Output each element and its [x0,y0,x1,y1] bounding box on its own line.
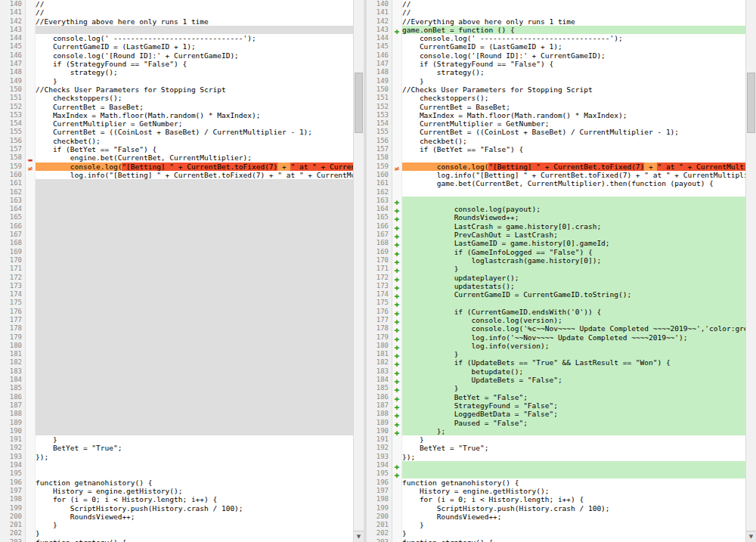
code-text[interactable] [36,231,353,239]
code-text[interactable]: game.bet(CurrentBet, CurrentMultiplier).… [402,179,745,187]
code-text[interactable]: Paused = "False"; [402,419,745,427]
code-text[interactable]: checkbet(); [402,137,745,145]
code-text[interactable] [36,333,353,342]
code-text[interactable] [36,324,353,333]
code-text[interactable] [36,358,353,367]
code-text[interactable]: console.log(' --------------------------… [36,34,353,42]
code-text[interactable]: LoggedBetData = "False"; [402,410,745,418]
code-text[interactable]: } [402,521,745,529]
code-text[interactable] [36,367,353,376]
code-text[interactable]: } [36,435,353,444]
code-text[interactable] [36,282,353,290]
code-text[interactable]: if (StrategyFound == "False") { [402,60,745,68]
code-text[interactable]: console.log('[Round ID]:' + CurrentGameI… [36,51,353,60]
code-text[interactable]: betupdate(); [402,367,745,376]
code-text[interactable]: // [402,0,745,8]
right-vertical-scrollbar[interactable]: ▼ [745,0,756,542]
code-text[interactable] [36,350,353,358]
code-text[interactable] [36,197,353,205]
code-text[interactable]: updatestats(); [402,282,745,290]
code-text[interactable]: log.info("[Betting] " + CurrentBet.toFix… [36,171,353,179]
code-text[interactable]: UpdateBets = "False"; [402,376,745,384]
code-text[interactable] [402,461,745,469]
code-text[interactable]: for (i = 0; i < History.length; i++) { [36,495,353,503]
code-text[interactable] [36,427,353,435]
code-text[interactable]: LastCrash = game.history[0].crash; [402,222,745,231]
code-text[interactable] [36,26,353,34]
code-text[interactable]: RoundsViewed++; [402,513,745,521]
code-text[interactable] [36,461,353,469]
code-text[interactable] [36,393,353,401]
code-text[interactable]: CurrentMultiplier = GetNumber; [402,119,745,128]
code-text[interactable]: //Checks User Parameters for Stopping Sc… [36,85,353,94]
code-text[interactable]: console.log("[Betting] " + CurrentBet.to… [36,163,353,171]
code-text[interactable]: LastGameID = game.history[0].gameId; [402,239,745,247]
code-text[interactable] [402,469,745,478]
code-text[interactable]: BetYet = "True"; [36,444,353,452]
code-text[interactable]: MaxIndex = Math.floor(Math.random() * Ma… [36,111,353,119]
code-text[interactable]: checkbet(); [36,137,353,145]
code-text[interactable]: checkstoppers(); [36,94,353,102]
code-text[interactable]: loglastcrash(game.history[0]); [402,256,745,265]
code-text[interactable]: } [402,77,745,85]
code-text[interactable]: //Everything above here only runs 1 time [402,17,745,26]
code-text[interactable] [402,197,745,205]
code-text[interactable]: log.info('~~Nov~~~~ Update Completed ~~~… [402,333,745,342]
code-text[interactable]: if (BetYet == "False") { [36,145,353,153]
code-text[interactable]: // [36,8,353,17]
code-text[interactable] [36,342,353,350]
code-text[interactable]: } [402,350,745,358]
right-scrollbar-thumb[interactable] [747,73,755,133]
code-text[interactable]: CurrentGameID = (LastGameID + 1); [36,42,353,51]
code-text[interactable] [36,401,353,410]
code-text[interactable] [36,299,353,307]
code-text[interactable] [36,179,353,187]
code-text[interactable] [36,290,353,299]
right-scrollbar-down-arrow[interactable]: ▼ [746,531,756,542]
code-text[interactable]: CurrentBet = BaseBet; [36,103,353,111]
code-text[interactable]: console.log("[Betting] " + CurrentBet.to… [402,163,745,171]
code-text[interactable]: RoundsViewed++; [402,213,745,221]
code-text[interactable] [36,213,353,221]
code-text[interactable]: if (CurrentGameID.endsWith('0')) { [402,308,745,316]
code-text[interactable]: } [36,521,353,529]
code-text[interactable]: CurrentBet = BaseBet; [402,103,745,111]
code-text[interactable]: } [36,529,353,537]
code-text[interactable]: updateplayer(); [402,274,745,282]
code-text[interactable]: }); [36,453,353,461]
code-text[interactable]: } [36,77,353,85]
code-text[interactable]: //Checks User Parameters for Stopping Sc… [402,85,745,94]
code-text[interactable]: log.info(version); [402,342,745,350]
code-text[interactable] [36,256,353,265]
code-text[interactable]: ScriptHistory.push(History.crash / 100); [36,504,353,513]
code-text[interactable]: CurrentGameID = CurrentGameID.toString()… [402,290,745,299]
code-text[interactable]: CurrentGameID = (LastGameID + 1); [402,42,745,51]
code-text[interactable] [36,248,353,256]
code-text[interactable] [402,299,745,307]
left-scrollbar-down-arrow[interactable]: ▼ [354,531,364,542]
code-text[interactable]: console.log(version); [402,316,745,324]
code-text[interactable]: function strategy() { [402,538,745,542]
code-text[interactable] [36,316,353,324]
code-text[interactable]: }; [402,427,745,435]
code-text[interactable]: if (GameInfoLogged == "False") { [402,248,745,256]
left-vertical-scrollbar[interactable]: ▼ [353,0,364,542]
code-text[interactable]: function getnanohistory() { [402,479,745,487]
code-text[interactable] [36,265,353,273]
code-text[interactable]: for (i = 0; i < History.length; i++) { [402,495,745,503]
code-text[interactable]: engine.bet(CurrentBet, CurrentMultiplier… [36,153,353,162]
code-text[interactable]: StrategyFound = "False"; [402,401,745,410]
code-text[interactable]: log.info("[Betting] " + CurrentBet.toFix… [402,171,745,179]
code-text[interactable]: CurrentMultiplier = GetNumber; [36,119,353,128]
code-text[interactable]: ScriptHistory.push(History.crash / 100); [402,504,745,513]
code-text[interactable] [36,376,353,384]
code-text[interactable] [402,153,745,162]
code-text[interactable] [36,469,353,478]
code-text[interactable]: if (StrategyFound == "False") { [36,60,353,68]
code-text[interactable]: if (BetYet == "False") { [402,145,745,153]
code-text[interactable]: game.onBet = function () { [402,26,745,34]
code-text[interactable] [36,308,353,316]
code-text[interactable]: function strategy() { [36,538,353,542]
code-text[interactable] [36,274,353,282]
code-text[interactable]: History = engine.getHistory(); [402,487,745,495]
